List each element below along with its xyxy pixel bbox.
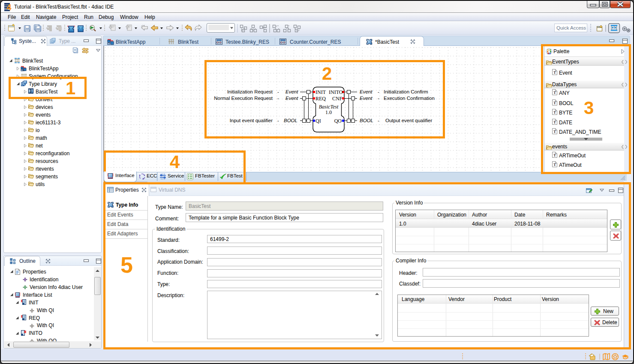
svg-text:4: 4	[6, 3, 12, 11]
